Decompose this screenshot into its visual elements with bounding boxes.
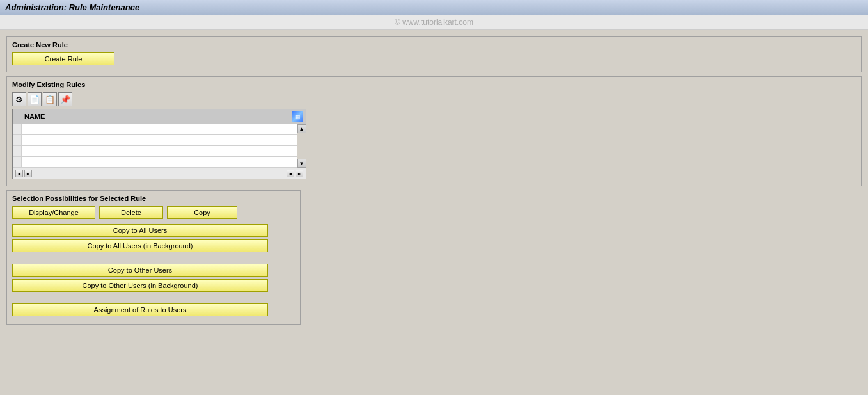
table-cell [22, 146, 297, 156]
section-gap-2 [12, 298, 295, 303]
primary-buttons-row: Display/Change Delete Copy [12, 206, 295, 219]
table-row[interactable] [13, 157, 297, 168]
nav-right-arrow[interactable]: ► [24, 170, 32, 177]
toolbar: ⚙ 📄 📋 📌 [12, 92, 856, 106]
scroll-track [297, 133, 306, 159]
scroll-down-arrow[interactable]: ▼ [297, 159, 306, 168]
settings-icon: ⚙ [15, 95, 23, 104]
watermark-text: © www.tutorialkart.com [395, 18, 473, 27]
copy-other-users-background-button[interactable]: Copy to Other Users (in Background) [12, 279, 268, 292]
table-header: NAME ▦ [13, 109, 306, 124]
horizontal-nav: ◄ ► ◄ ► [13, 168, 306, 179]
vertical-scrollbar[interactable]: ▲ ▼ [297, 124, 306, 168]
h-scroll-right[interactable]: ► [296, 170, 303, 177]
toolbar-btn-2[interactable]: 📄 [28, 92, 42, 106]
display-change-button[interactable]: Display/Change [12, 206, 95, 219]
table-cell [22, 157, 297, 167]
table-row[interactable] [13, 124, 297, 135]
selection-panel: Selection Possibilities for Selected Rul… [6, 190, 301, 325]
title-bar: Administration: Rule Maintenance [0, 0, 868, 15]
selection-panel-title: Selection Possibilities for Selected Rul… [12, 195, 295, 202]
delete-button[interactable]: Delete [99, 206, 163, 219]
toolbar-btn-4[interactable]: 📌 [58, 92, 72, 106]
copy-all-users-button[interactable]: Copy to All Users [12, 224, 268, 237]
copy-other-users-button[interactable]: Copy to Other Users [12, 264, 268, 277]
copy-doc-icon: 📄 [29, 95, 40, 104]
paste-doc-icon: 📋 [45, 95, 55, 104]
table-cell [22, 124, 297, 134]
section-gap-1 [12, 259, 295, 264]
modify-rules-panel: Modify Existing Rules ⚙ 📄 📋 📌 NAME ▦ [6, 76, 862, 186]
main-content: Create New Rule Create Rule Modify Exist… [0, 30, 868, 331]
toolbar-btn-1[interactable]: ⚙ [12, 92, 26, 106]
copy-button[interactable]: Copy [167, 206, 237, 219]
create-rule-panel: Create New Rule Create Rule [6, 36, 862, 72]
scroll-up-arrow[interactable]: ▲ [297, 124, 306, 133]
modify-rules-title: Modify Existing Rules [12, 81, 856, 88]
name-column-header: NAME [24, 113, 292, 120]
column-settings-icon[interactable]: ▦ [292, 111, 303, 122]
watermark-bar: © www.tutorialkart.com [0, 15, 868, 30]
rules-table: NAME ▦ [12, 109, 306, 179]
table-row[interactable] [13, 135, 297, 146]
pin-icon: 📌 [60, 95, 70, 104]
assignment-rules-to-users-button[interactable]: Assignment of Rules to Users [12, 303, 268, 316]
copy-all-users-background-button[interactable]: Copy to All Users (in Background) [12, 239, 268, 252]
h-scroll-left[interactable]: ◄ [287, 170, 294, 177]
table-cell [22, 135, 297, 145]
table-row[interactable] [13, 146, 297, 157]
create-rule-button[interactable]: Create Rule [12, 52, 114, 65]
toolbar-btn-3[interactable]: 📋 [43, 92, 57, 106]
title-text: Administration: Rule Maintenance [5, 3, 139, 12]
nav-left-arrow[interactable]: ◄ [15, 170, 23, 177]
create-rule-title: Create New Rule [12, 41, 856, 49]
table-scroll-area: ▲ ▼ [13, 124, 306, 168]
table-body [13, 124, 297, 168]
